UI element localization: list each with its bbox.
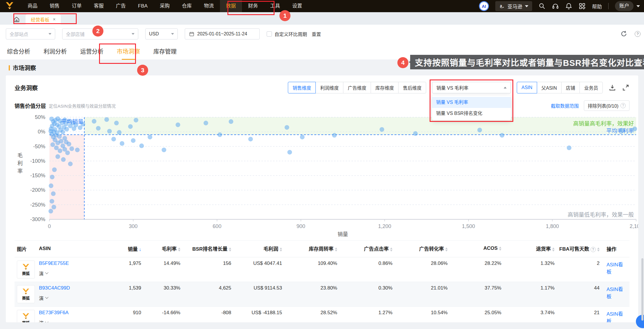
entity-salesman-button[interactable]: 业务员 [580,82,603,93]
variant-toggle[interactable]: 演 [39,319,106,322]
col-sales[interactable]: 销量↓ [109,241,143,257]
cell-bsr-growth: 4,625 [183,282,234,306]
dimension-sales-button[interactable]: 销售维度 [288,82,316,93]
svg-text:50%: 50% [35,114,45,120]
nav-item-purchase[interactable]: 采购 [154,0,176,12]
nav-item-finance[interactable]: 财务 [242,0,264,12]
avg-margin-label: 平均毛利率 [606,128,634,134]
chevron-up-icon [504,85,507,88]
search-icon[interactable] [539,3,546,10]
help-link[interactable]: 帮助 [592,3,602,10]
asin-dashboard-link[interactable]: ASIN看板 [607,262,623,275]
col-image: 图片 [15,241,37,257]
tab-operation-analysis[interactable]: 运营分析 [80,47,103,55]
custom-compare-checkbox[interactable] [267,31,272,37]
col-ad-ctr[interactable]: 广告点击率 [340,241,395,257]
dimension-inventory-button[interactable]: 库存维度 [371,82,399,93]
nav-item-service[interactable]: 客服 [88,0,110,12]
col-turnover[interactable]: 库存周转率 [284,241,340,257]
dimension-button-group: 销售维度 利润维度 广告维度 库存维度 售后维度 [288,82,426,93]
svg-text:900: 900 [297,223,305,229]
product-image[interactable]: 赛狐 [17,285,35,303]
home-button[interactable] [12,14,21,25]
avg-sales-label: 平均销量 [61,119,83,125]
nav-item-data[interactable]: 数据 [220,0,242,12]
tab-dashboard[interactable]: 经营看板 × [26,14,61,25]
apps-grid-icon[interactable] [579,3,586,10]
cell-sales: 910 [109,306,143,322]
site-select[interactable]: 全部站点 [6,28,55,39]
close-icon[interactable]: × [53,17,55,22]
site-select-value: 全部站点 [10,30,28,37]
nav-item-logistics[interactable]: 物流 [198,0,220,12]
nav-item-fba[interactable]: FBA [132,0,154,12]
ai-assistant-button[interactable]: AI [479,1,489,11]
scrollbar-thumb[interactable] [641,258,643,321]
marketplace-selector[interactable]: a 亚马逊 [495,1,532,11]
variant-toggle[interactable]: 演 [39,294,106,301]
account-menu[interactable]: 账户 [615,1,634,11]
download-button[interactable] [609,84,616,91]
asin-dashboard-link[interactable]: ASIN看板 [607,287,623,299]
nav-item-warehouse[interactable]: 仓库 [176,0,198,12]
col-return-rate[interactable]: 退货率 [504,241,557,257]
exclude-list-button[interactable]: 排除列表(0/10) ? [584,100,629,111]
nav-item-settings[interactable]: 设置 [286,0,308,12]
page-content: 市场洞察 业务洞察 销售维度 利润维度 广告维度 库存维度 售后维度 销量 VS… [0,59,644,322]
variant-toggle[interactable]: 演 [39,270,106,277]
headset-icon[interactable] [552,3,559,10]
tab-market-insight[interactable]: 市场洞察 [117,47,140,55]
account-chevron-down-icon[interactable] [636,5,640,9]
tab-inventory-management[interactable]: 库存管理 [153,47,177,55]
tab-dashboard-label: 经营看板 [31,16,49,23]
col-fba-days[interactable]: FBA可售天数 ? [557,241,602,257]
fullscreen-button[interactable] [622,84,629,91]
dimension-profit-button[interactable]: 利润维度 [315,82,343,93]
asin-metrics-table: 图片 ASIN 销量↓ 毛利率 BSR排名增长量 毛利润 库存周转率 广告点击率… [15,240,629,322]
refresh-icon[interactable] [620,30,628,38]
date-range-picker[interactable]: 2025-01-01~2025-11-24 [185,28,260,39]
option-sales-vs-margin[interactable]: 销量 VS 毛利率 [432,97,511,108]
tab-overview-analysis[interactable]: 综合分析 [7,47,30,55]
table-header-row: 图片 ASIN 销量↓ 毛利率 BSR排名增长量 毛利润 库存周转率 广告点击率… [15,241,629,257]
nav-item-ads[interactable]: 广告 [110,0,132,12]
entity-asin-button[interactable]: ASIN [517,82,537,93]
top-nav: 商品 销售 订单 客服 广告 FBA 采购 仓库 物流 数据 财务 工具 设置 … [0,0,644,12]
download-icon [609,84,616,91]
tab-profit-analysis[interactable]: 利润分析 [44,47,67,55]
col-ad-cvr[interactable]: 广告转化率 [395,241,450,257]
nav-right-cluster: AI a 亚马逊 帮助 账户 [479,1,644,11]
custom-compare-option: 自定义环比周期 [267,30,307,37]
nav-item-sales[interactable]: 销售 [44,0,66,12]
col-bsr-growth[interactable]: BSR排名增长量 [183,241,234,257]
brand-label: 赛狐 [22,296,30,300]
col-acos[interactable]: ACOS [450,241,504,257]
option-sales-vs-bsr[interactable]: 销量 VS BSR排名变化 [432,108,511,119]
compare-select[interactable]: 销量 VS 毛利率 [432,82,511,93]
col-gross-profit[interactable]: 毛利润 [234,241,284,257]
scatter-plot-canvas[interactable]: 50%0%-50%-100%-150%-200%-250%-300%030060… [15,112,638,237]
dimension-aftersale-button[interactable]: 售后维度 [398,82,426,93]
entity-shop-button[interactable]: 店铺 [561,82,580,93]
entity-parent-asin-button[interactable]: 父ASIN [537,82,562,93]
dimension-ads-button[interactable]: 广告维度 [343,82,371,93]
asin-link[interactable]: B93C4AC99D [39,285,70,291]
brand-label: 赛狐 [22,321,30,322]
svg-text:0: 0 [48,223,51,229]
help-circle-icon[interactable]: ? [635,31,641,37]
chevron-down-icon [45,295,48,299]
asin-dashboard-link[interactable]: ASIN看板 [607,311,623,322]
nav-item-products[interactable]: 商品 [21,0,44,12]
asin-link[interactable]: BE73F39F6A [39,310,69,315]
crop-data-range-link[interactable]: 截取数据范围 [551,102,579,109]
product-image[interactable]: 赛狐 [17,261,35,279]
asin-link[interactable]: B5F9EE755E [39,261,69,266]
nav-item-orders[interactable]: 订单 [66,0,88,12]
date-range-value: 2025-01-01~2025-11-24 [197,31,247,37]
notification-bell-icon[interactable] [565,3,572,10]
col-margin[interactable]: 毛利率 [143,241,183,257]
reset-link[interactable]: 重置 [312,30,321,37]
currency-select[interactable]: USD [145,28,178,39]
product-image[interactable]: 赛狐 [17,310,35,322]
panel-controls: 销售维度 利润维度 广告维度 库存维度 售后维度 销量 VS 毛利率 销量 VS… [288,82,629,93]
